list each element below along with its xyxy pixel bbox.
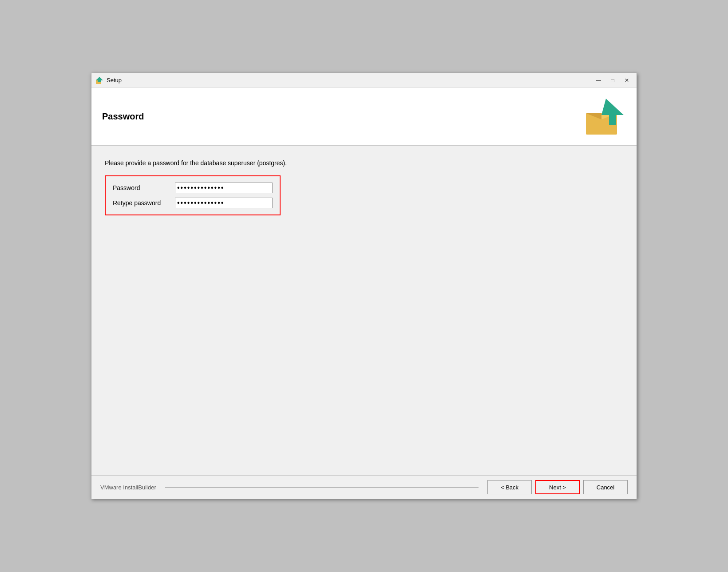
page-title: Password <box>102 111 144 122</box>
footer: VMware InstallBuilder < Back Next > Canc… <box>91 475 637 499</box>
footer-buttons: < Back Next > Cancel <box>487 480 628 494</box>
cancel-button[interactable]: Cancel <box>583 480 628 494</box>
retype-password-row: Retype password <box>113 198 273 208</box>
retype-password-input[interactable] <box>175 198 273 208</box>
footer-brand: VMware InstallBuilder <box>100 484 156 491</box>
content-area: Please provide a password for the databa… <box>91 146 637 475</box>
retype-label: Retype password <box>113 199 175 207</box>
minimize-button[interactable]: — <box>592 75 605 85</box>
title-bar-left: Setup <box>95 76 122 85</box>
password-input[interactable] <box>175 183 273 193</box>
footer-divider <box>165 487 479 488</box>
setup-window: Setup — □ ✕ Password Please provide a pa… <box>91 73 637 499</box>
setup-icon <box>95 76 104 85</box>
installer-logo-icon <box>582 96 626 136</box>
next-button[interactable]: Next > <box>535 480 580 494</box>
back-button[interactable]: < Back <box>487 480 532 494</box>
title-bar: Setup — □ ✕ <box>91 73 637 87</box>
close-button[interactable]: ✕ <box>621 75 633 85</box>
password-label: Password <box>113 184 175 191</box>
description-text: Please provide a password for the databa… <box>105 159 623 167</box>
window-title: Setup <box>107 77 122 83</box>
header-area: Password <box>91 87 637 146</box>
maximize-button[interactable]: □ <box>606 75 619 85</box>
title-bar-controls: — □ ✕ <box>592 75 633 85</box>
form-highlight-box: Password Retype password <box>105 175 281 215</box>
password-row: Password <box>113 183 273 193</box>
